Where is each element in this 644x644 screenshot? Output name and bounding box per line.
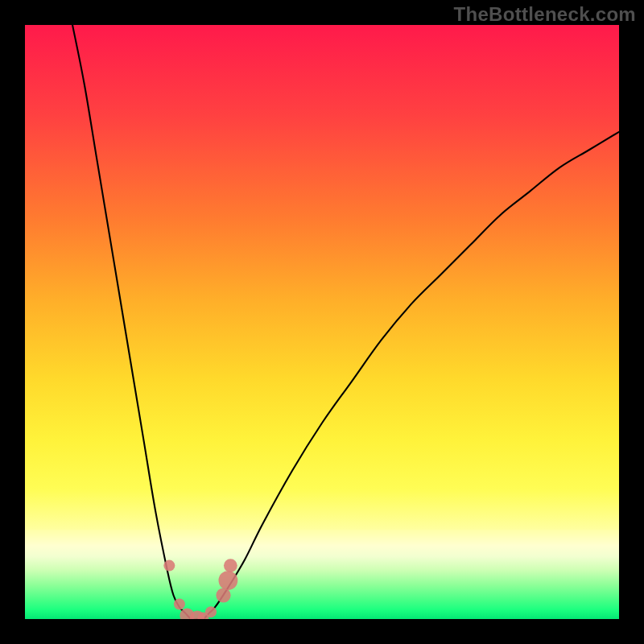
curve-right-branch [197,132,619,619]
data-marker [224,559,237,572]
series-group [72,25,619,619]
curve-left-branch [72,25,197,619]
plot-area [25,25,619,619]
data-marker [163,560,175,572]
data-marker [205,606,217,617]
data-marker [218,571,237,590]
watermark-text: TheBottleneck.com [454,3,636,26]
marker-group [163,559,237,619]
data-marker [216,588,230,602]
chart-frame: TheBottleneck.com [0,0,644,644]
data-marker [174,599,185,610]
curve-layer [25,25,619,619]
